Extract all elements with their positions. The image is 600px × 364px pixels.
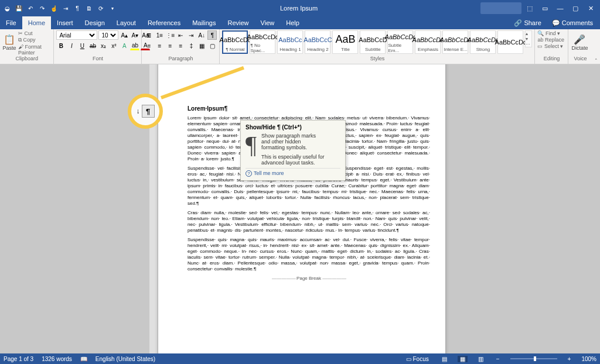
decrease-indent-icon[interactable]: ⇤ bbox=[176, 30, 185, 40]
superscript-button[interactable]: x² bbox=[109, 41, 118, 50]
align-center-icon[interactable]: ≡ bbox=[155, 41, 164, 50]
style-subtle-em-[interactable]: AaBbCcDcSubtle Em... bbox=[387, 30, 413, 54]
doc-heading[interactable]: Lorem·Ipsum¶ bbox=[188, 105, 430, 112]
doc-paragraph[interactable]: Cras· diam· nulla,· molestie· sed· felis… bbox=[188, 210, 430, 233]
subscript-button[interactable]: x₂ bbox=[98, 41, 108, 50]
tab-icon[interactable]: ⇥ bbox=[61, 4, 70, 13]
justify-icon[interactable]: ≡ bbox=[176, 41, 185, 50]
sort-icon: ↓ bbox=[137, 107, 140, 115]
style--normal[interactable]: AaBbCcDc¶ Normal bbox=[222, 30, 248, 54]
font-name-combo[interactable]: Arial bbox=[56, 30, 97, 40]
line-spacing-icon[interactable]: ‡ bbox=[186, 41, 196, 50]
tell-me-more-link[interactable]: ?Tell me more bbox=[246, 168, 340, 177]
qat-chevron-icon[interactable]: ▾ bbox=[108, 4, 117, 13]
tab-file[interactable]: File bbox=[0, 16, 22, 29]
style-subtitle[interactable]: AaBbCcDSubtitle bbox=[360, 30, 386, 54]
style-heading-2[interactable]: AaBbCcCHeading 2 bbox=[305, 30, 330, 54]
doc-paragraph[interactable]: Suspendisse· quis· magna· quis· mauris· … bbox=[188, 237, 430, 272]
document-page[interactable]: Lorem·Ipsum¶ Lorem· ipsum· dolor· sit· a… bbox=[158, 64, 445, 353]
grow-font-icon[interactable]: A▴ bbox=[120, 30, 129, 40]
strike-button[interactable]: ab bbox=[88, 41, 97, 50]
italic-button[interactable]: I bbox=[67, 41, 76, 50]
spell-check-icon[interactable]: 📖 bbox=[80, 356, 87, 362]
tab-help[interactable]: Help bbox=[280, 16, 305, 29]
maximize-icon[interactable]: ▢ bbox=[568, 2, 582, 14]
ribbon-display-icon[interactable]: ⬚ bbox=[523, 2, 537, 14]
cut-button[interactable]: ✂ Cut bbox=[18, 30, 52, 36]
tooltip-desc: Show paragraph marks and other hidden fo… bbox=[261, 133, 326, 150]
pilcrow-icon: ¶ bbox=[246, 133, 257, 166]
styles-more-icon[interactable]: ▴▾⋯ bbox=[525, 30, 532, 47]
multilevel-icon[interactable]: ⋮≡ bbox=[165, 30, 175, 40]
style-title[interactable]: AaBTitle bbox=[332, 30, 358, 54]
word-count[interactable]: 1326 words bbox=[42, 356, 72, 362]
tab-layout[interactable]: Layout bbox=[111, 16, 142, 29]
borders-icon[interactable]: ▢ bbox=[207, 41, 217, 50]
close-icon[interactable]: ✕ bbox=[584, 2, 598, 14]
select-button[interactable]: ▭ Select ▾ bbox=[537, 43, 564, 49]
new-icon[interactable]: 🗎 bbox=[84, 4, 94, 13]
font-size-combo[interactable]: 10.5 bbox=[98, 30, 118, 40]
bullets-icon[interactable]: ≣ bbox=[144, 30, 154, 40]
web-layout-icon[interactable]: ▥ bbox=[476, 356, 486, 362]
tab-review[interactable]: Review bbox=[222, 16, 255, 29]
account-blur[interactable] bbox=[480, 2, 521, 14]
focus-mode-button[interactable]: ▭ Focus bbox=[404, 356, 431, 362]
underline-button[interactable]: U bbox=[77, 41, 87, 50]
print-layout-icon[interactable]: ▦ bbox=[458, 356, 468, 362]
copy-button[interactable]: ⧉ Copy bbox=[18, 37, 52, 43]
pilcrow-icon[interactable]: ¶ bbox=[73, 4, 82, 13]
refresh-icon[interactable]: ⟳ bbox=[96, 4, 105, 13]
style-strong[interactable]: AaBbCcDcStrong bbox=[470, 30, 496, 54]
shrink-font-icon[interactable]: A▾ bbox=[130, 30, 139, 40]
touch-icon[interactable]: ☝ bbox=[49, 4, 59, 13]
numbering-icon[interactable]: 1≡ bbox=[155, 30, 164, 40]
tab-design[interactable]: Design bbox=[79, 16, 111, 29]
zoom-level[interactable]: 100% bbox=[581, 356, 596, 362]
share-button[interactable]: 🔗 Share bbox=[510, 19, 544, 27]
bold-button[interactable]: B bbox=[56, 41, 66, 50]
comments-button[interactable]: 💬 Comments bbox=[548, 19, 596, 27]
highlight-icon[interactable]: ab bbox=[130, 41, 139, 50]
dictate-button[interactable]: 🎤Dictate bbox=[571, 30, 588, 54]
minimize-icon[interactable]: — bbox=[553, 2, 567, 14]
autosave-toggle[interactable]: ◒ bbox=[2, 4, 12, 13]
align-right-icon[interactable]: ≡ bbox=[165, 41, 175, 50]
language-status[interactable]: English (United States) bbox=[96, 356, 155, 362]
save-icon[interactable]: 💾 bbox=[14, 4, 23, 13]
style--no-spac-[interactable]: AaBbCcDc¶ No Spac... bbox=[250, 30, 275, 54]
zoom-in-button[interactable]: + bbox=[565, 356, 574, 362]
read-mode-icon[interactable]: ▤ bbox=[439, 356, 449, 362]
tab-references[interactable]: References bbox=[142, 16, 186, 29]
style-intense-e-[interactable]: AaBbCcDcIntense E... bbox=[442, 30, 468, 54]
undo-icon[interactable]: ↶ bbox=[26, 4, 35, 13]
shading-icon[interactable]: ▦ bbox=[197, 41, 206, 50]
ribbon: 📋Paste ✂ Cut ⧉ Copy 🖌 Format Painter Cli… bbox=[0, 29, 600, 64]
text-effects-icon[interactable]: A bbox=[120, 41, 129, 50]
window-min-icon[interactable]: ▭ bbox=[538, 2, 552, 14]
align-left-icon[interactable]: ≡ bbox=[144, 41, 154, 50]
sort-icon[interactable]: A↓ bbox=[197, 30, 206, 40]
zoom-out-button[interactable]: − bbox=[494, 356, 502, 362]
style-more[interactable]: AaBbCcDc bbox=[497, 30, 523, 54]
document-area[interactable]: Lorem·Ipsum¶ Lorem· ipsum· dolor· sit· a… bbox=[0, 64, 600, 353]
paste-button[interactable]: 📋Paste bbox=[2, 30, 16, 54]
annotation-circle: ↓ ¶ bbox=[128, 94, 163, 129]
collapse-ribbon-icon[interactable]: ˄ bbox=[592, 29, 600, 64]
zoom-slider[interactable] bbox=[510, 358, 557, 359]
style-heading-1[interactable]: AaBbCcHeading 1 bbox=[277, 30, 303, 54]
tab-mailings[interactable]: Mailings bbox=[186, 16, 221, 29]
replace-button[interactable]: ab Replace bbox=[537, 37, 564, 43]
ribbon-tabs: File Home Insert Design Layout Reference… bbox=[0, 16, 600, 29]
tab-insert[interactable]: Insert bbox=[51, 16, 79, 29]
increase-indent-icon[interactable]: ⇥ bbox=[186, 30, 196, 40]
style-emphasis[interactable]: AaBbCcDcEmphasis bbox=[415, 30, 441, 54]
format-painter-button[interactable]: 🖌 Format Painter bbox=[18, 44, 52, 56]
show-hide-button[interactable]: ¶ bbox=[207, 30, 217, 40]
tab-view[interactable]: View bbox=[255, 16, 281, 29]
page-count[interactable]: Page 1 of 3 bbox=[4, 356, 33, 362]
redo-icon[interactable]: ↷ bbox=[38, 4, 47, 13]
group-editing: 🔍 Find ▾ ab Replace ▭ Select ▾ Editing bbox=[535, 29, 568, 64]
find-button[interactable]: 🔍 Find ▾ bbox=[537, 30, 564, 36]
tab-home[interactable]: Home bbox=[22, 16, 51, 29]
